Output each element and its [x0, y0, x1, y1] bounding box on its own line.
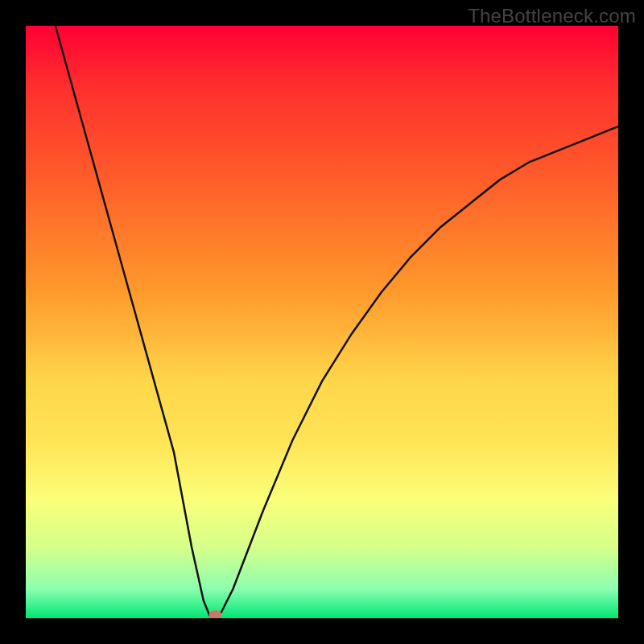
watermark-text: TheBottleneck.com: [468, 5, 636, 27]
bottleneck-curve: [56, 26, 618, 618]
chart-frame: [26, 26, 618, 618]
chart-svg: [26, 26, 618, 618]
minimum-marker: [209, 610, 222, 618]
